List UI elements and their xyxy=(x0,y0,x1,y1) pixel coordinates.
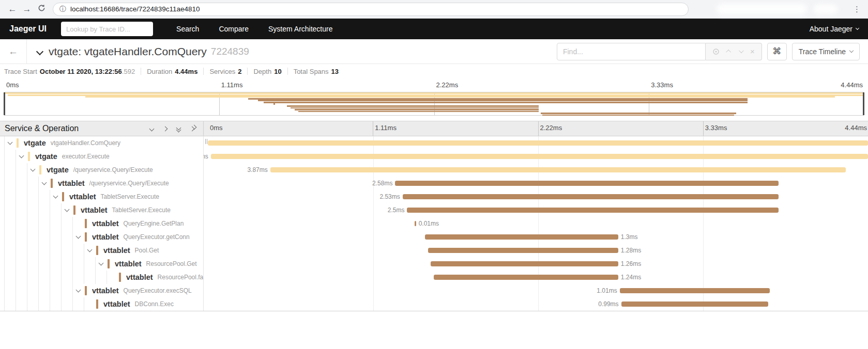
jaeger-logo[interactable]: Jaeger UI xyxy=(9,24,47,34)
span-service-name: vttablet xyxy=(126,273,153,281)
expand-one-icon[interactable] xyxy=(163,127,167,131)
span-duration-bar[interactable] xyxy=(620,288,770,293)
span-duration-bar[interactable] xyxy=(403,194,779,199)
span-bar-cell[interactable] xyxy=(204,136,868,150)
view-mode-dropdown[interactable]: Trace Timeline xyxy=(792,43,860,60)
find-clear-icon[interactable]: × xyxy=(750,47,755,56)
indent-guide xyxy=(38,271,50,284)
indent-guide xyxy=(4,244,16,257)
span-name-cell[interactable]: vttabletQueryExecutor.execSQL xyxy=(0,284,204,297)
collapse-span-chevron-icon[interactable] xyxy=(27,163,38,177)
span-name-cell[interactable]: vttabletResourcePool.factory xyxy=(0,271,204,284)
collapse-span-chevron-icon[interactable] xyxy=(16,150,27,163)
collapse-span-chevron-icon[interactable] xyxy=(72,230,84,244)
ruler-tick: 3.33ms xyxy=(649,81,673,90)
span-operation-name: TabletServer.Execute xyxy=(112,207,171,214)
column-resizer-grip[interactable] xyxy=(205,139,207,144)
span-bar-cell[interactable]: 2.58ms xyxy=(204,177,868,190)
collapse-span-chevron-icon[interactable] xyxy=(4,136,16,150)
collapse-all-icon[interactable] xyxy=(177,126,180,132)
span-service-name: vtgate xyxy=(24,139,46,147)
site-info-icon[interactable]: ⓘ xyxy=(59,5,66,14)
collapse-span-chevron-icon[interactable] xyxy=(38,177,50,190)
nav-item-compare[interactable]: Compare xyxy=(209,25,258,33)
span-bar-cell[interactable]: 2.5ms xyxy=(204,203,868,217)
span-bar-cell[interactable]: 1.24ms xyxy=(204,271,868,284)
url-text[interactable]: localhost:16686/trace/7224839c11ae4810 xyxy=(70,5,200,13)
nav-item-system-architecture[interactable]: System Architecture xyxy=(258,25,343,33)
span-bar-cell[interactable]: 4.42ms xyxy=(204,150,868,163)
focus-target-icon[interactable] xyxy=(712,48,720,55)
span-duration-bar[interactable] xyxy=(621,302,769,307)
span-bar-cell[interactable]: 2.53ms xyxy=(204,190,868,203)
service-operation-title: Service & Operation xyxy=(5,124,79,133)
indent-guide xyxy=(4,203,16,217)
summary-trace-start: Trace Start October 11 2020, 13:22:56.59… xyxy=(4,68,135,75)
minimap-right-scrubber-handle[interactable] xyxy=(863,92,864,115)
browser-menu-icon[interactable]: ⋮ xyxy=(853,5,861,14)
span-name-cell[interactable]: vttabletPool.Get xyxy=(0,244,204,257)
about-jaeger-menu[interactable]: About Jaeger xyxy=(810,25,859,33)
span-name-cell[interactable]: vttabletDBConn.Exec xyxy=(0,297,204,311)
trace-minimap[interactable] xyxy=(4,92,864,116)
span-name-cell[interactable]: vtgate/queryservice.Query/Execute xyxy=(0,163,204,177)
span-duration-bar[interactable] xyxy=(434,275,618,280)
span-duration-bar[interactable] xyxy=(270,167,846,172)
span-name-cell[interactable]: vtgateexecutor.Execute xyxy=(0,150,204,163)
span-bar-cell[interactable]: 1.28ms xyxy=(204,244,868,257)
span-service-name: vttablet xyxy=(92,233,119,241)
expand-all-icon[interactable] xyxy=(190,127,196,131)
url-bar[interactable]: ⓘ localhost:16686/trace/7224839c11ae4810 xyxy=(53,3,689,16)
indent-guide xyxy=(16,271,27,284)
collapse-trace-chevron-icon[interactable] xyxy=(37,47,42,56)
span-operation-name: DBConn.Exec xyxy=(135,300,174,308)
span-duration-label: 0.01ms xyxy=(416,217,439,230)
span-duration-bar[interactable] xyxy=(407,208,779,213)
span-duration-bar[interactable] xyxy=(425,234,618,240)
span-bar-cell[interactable]: 3.87ms xyxy=(204,163,868,177)
collapse-one-icon[interactable] xyxy=(150,127,154,131)
indent-guide xyxy=(27,244,38,257)
span-duration-bar[interactable] xyxy=(395,181,779,186)
find-prev-icon[interactable] xyxy=(726,50,731,55)
find-input[interactable] xyxy=(557,43,706,60)
span-name-cell[interactable]: vttabletQueryExecutor.getConn xyxy=(0,230,204,244)
span-name-cell[interactable]: vttabletResourcePool.Get xyxy=(0,257,204,271)
find-next-icon[interactable] xyxy=(739,48,744,53)
span-duration-bar[interactable] xyxy=(431,261,618,266)
span-name-cell[interactable]: vtgatevtgateHandler.ComQuery xyxy=(0,136,204,150)
span-bar-cell[interactable]: 1.3ms xyxy=(204,230,868,244)
indent-guide xyxy=(4,257,16,271)
summary-total-spans: Total Spans 13 xyxy=(294,68,339,75)
indent-guide xyxy=(72,244,84,257)
collapse-span-chevron-icon[interactable] xyxy=(95,257,106,271)
span-bar-cell[interactable]: 1.26ms xyxy=(204,257,868,271)
collapse-span-chevron-icon[interactable] xyxy=(84,244,95,257)
span-duration-bar[interactable] xyxy=(208,140,868,146)
span-name-cell[interactable]: vttablet/queryservice.Query/Execute xyxy=(0,177,204,190)
keyboard-shortcuts-button[interactable]: ⌘ xyxy=(767,43,787,60)
span-bar-cell[interactable]: 1.01ms xyxy=(204,284,868,297)
indent-guide xyxy=(16,244,27,257)
span-name-cell[interactable]: vttabletQueryEngine.GetPlan xyxy=(0,217,204,230)
span-duration-bar[interactable] xyxy=(211,154,868,159)
span-name-cell[interactable]: vttabletTabletServer.Execute xyxy=(0,203,204,217)
indent-guide xyxy=(84,271,95,284)
browser-refresh-icon[interactable] xyxy=(34,4,49,14)
divider xyxy=(141,68,141,75)
browser-back-icon[interactable]: ← xyxy=(5,4,20,14)
span-bar-cell[interactable]: 0.99ms xyxy=(204,297,868,311)
span-duration-bar[interactable] xyxy=(428,248,618,253)
collapse-span-chevron-icon[interactable] xyxy=(50,190,61,203)
service-operation-header: Service & Operation xyxy=(0,121,204,136)
trace-id-lookup-input[interactable] xyxy=(61,22,153,36)
back-button[interactable]: ← xyxy=(0,39,27,64)
nav-item-search[interactable]: Search xyxy=(166,25,209,33)
collapse-span-chevron-icon[interactable] xyxy=(72,284,84,297)
browser-forward-icon[interactable]: → xyxy=(20,4,34,14)
collapse-span-chevron-icon[interactable] xyxy=(61,203,72,217)
span-bar-cell[interactable]: 0.01ms xyxy=(204,217,868,230)
minimap-spans xyxy=(4,92,864,115)
span-name-cell[interactable]: vttabletTabletServer.Execute xyxy=(0,190,204,203)
minimap-left-scrubber-handle[interactable] xyxy=(4,92,5,115)
